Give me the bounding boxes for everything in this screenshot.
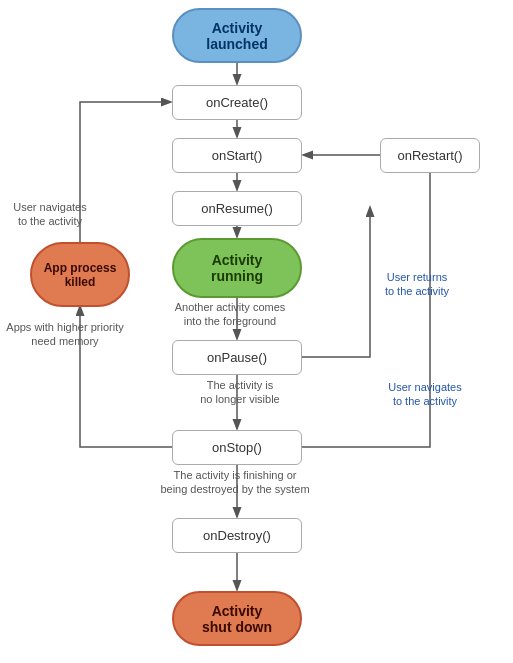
node-onstart: onStart() [172, 138, 302, 173]
onrestart-label: onRestart() [397, 148, 462, 163]
label-another-activity: Another activity comes into the foregrou… [165, 300, 295, 329]
node-oncreate: onCreate() [172, 85, 302, 120]
running-label: Activity running [211, 252, 263, 284]
node-onstop: onStop() [172, 430, 302, 465]
killed-label: App process killed [44, 261, 117, 289]
ondestroy-label: onDestroy() [203, 528, 271, 543]
onstart-label: onStart() [212, 148, 263, 163]
label-user-returns: User returns to the activity [372, 270, 462, 299]
node-onrestart: onRestart() [380, 138, 480, 173]
oncreate-label: onCreate() [206, 95, 268, 110]
label-apps-priority: Apps with higher priority need memory [5, 320, 125, 349]
node-onpause: onPause() [172, 340, 302, 375]
onstop-label: onStop() [212, 440, 262, 455]
onpause-label: onPause() [207, 350, 267, 365]
label-no-longer-visible: The activity is no longer visible [175, 378, 305, 407]
node-onresume: onResume() [172, 191, 302, 226]
label-user-navigates2: User navigates to the activity [375, 380, 475, 409]
node-running: Activity running [172, 238, 302, 298]
node-killed: App process killed [30, 242, 130, 307]
node-launched: Activity launched [172, 8, 302, 63]
onresume-label: onResume() [201, 201, 273, 216]
launched-label: Activity launched [206, 20, 267, 52]
activity-lifecycle-diagram: Activity launched onCreate() onStart() o… [0, 0, 513, 663]
node-shutdown: Activity shut down [172, 591, 302, 646]
label-finishing: The activity is finishing or being destr… [155, 468, 315, 497]
shutdown-label: Activity shut down [202, 603, 272, 635]
node-ondestroy: onDestroy() [172, 518, 302, 553]
label-user-navigates: User navigates to the activity [5, 200, 95, 229]
